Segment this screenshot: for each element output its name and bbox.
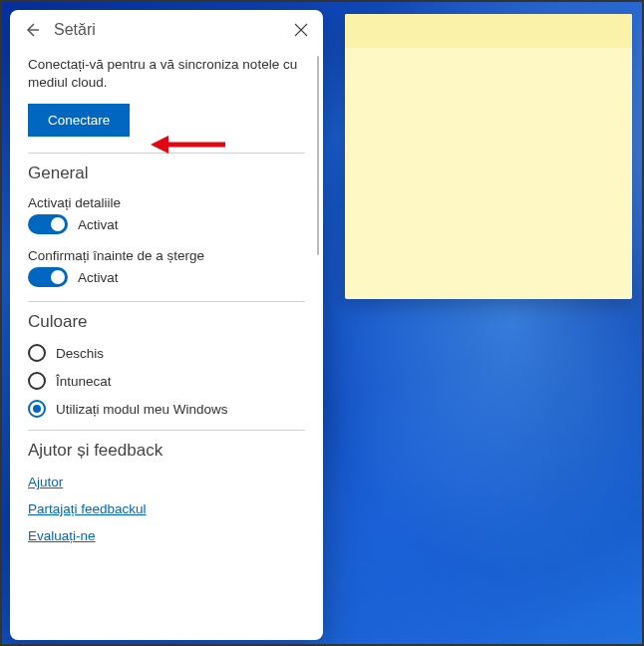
insights-toggle[interactable] [28, 214, 68, 234]
close-icon [294, 23, 308, 37]
sticky-note-header[interactable] [345, 14, 632, 48]
back-button[interactable] [22, 20, 42, 40]
insights-label: Activați detaliile [28, 195, 305, 210]
section-general-title: General [28, 163, 305, 183]
help-link[interactable]: Ajutor [28, 475, 63, 489]
color-option-label: Utilizați modul meu Windows [56, 402, 228, 417]
radio-icon [28, 372, 46, 390]
color-option-windows[interactable]: Utilizați modul meu Windows [28, 400, 305, 418]
color-option-light[interactable]: Deschis [28, 344, 305, 362]
close-button[interactable] [291, 20, 311, 40]
section-color-title: Culoare [28, 312, 305, 332]
panel-title: Setări [54, 21, 279, 39]
insights-toggle-row: Activat [28, 214, 305, 234]
confirm-delete-state: Activat [78, 270, 119, 285]
insights-state: Activat [78, 217, 119, 232]
feedback-link[interactable]: Partajați feedbackul [28, 501, 147, 516]
sync-description: Conectați-vă pentru a vă sincroniza note… [28, 56, 305, 92]
sticky-note[interactable] [345, 14, 632, 299]
confirm-delete-toggle-row: Activat [28, 267, 305, 287]
rate-link[interactable]: Evaluați-ne [28, 528, 96, 543]
confirm-delete-label: Confirmați înainte de a șterge [28, 248, 305, 263]
scrollbar[interactable] [317, 56, 319, 255]
panel-body: Conectați-vă pentru a vă sincroniza note… [10, 48, 323, 640]
color-option-label: Întunecat [56, 374, 112, 389]
confirm-delete-toggle[interactable] [28, 267, 68, 287]
settings-panel: Setări Conectați-vă pentru a vă sincroni… [10, 10, 323, 640]
panel-header: Setări [10, 10, 323, 48]
radio-icon-selected [28, 400, 46, 418]
section-help-title: Ajutor și feedback [28, 441, 305, 461]
arrow-left-icon [24, 22, 40, 38]
divider [28, 301, 305, 302]
connect-button[interactable]: Conectare [28, 104, 130, 137]
color-option-label: Deschis [56, 346, 104, 361]
color-option-dark[interactable]: Întunecat [28, 372, 305, 390]
divider [28, 153, 305, 154]
divider [28, 430, 305, 431]
radio-icon [28, 344, 46, 362]
